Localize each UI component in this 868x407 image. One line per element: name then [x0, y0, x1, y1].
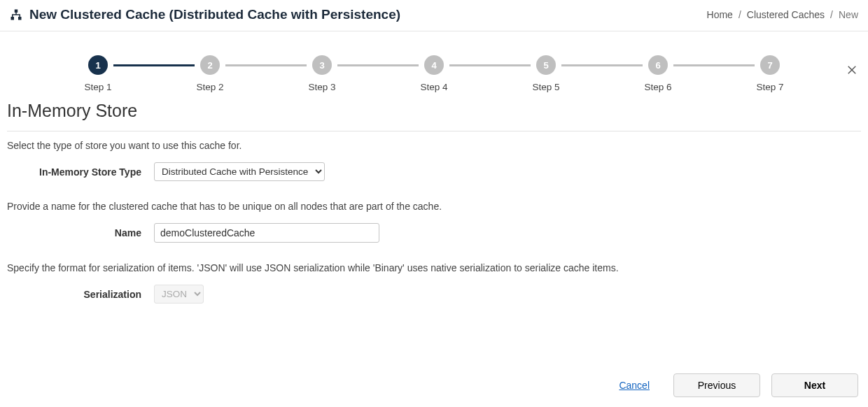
step-label: Step 4: [420, 82, 447, 92]
step-1[interactable]: 1 Step 1: [83, 55, 113, 92]
step-line: [337, 64, 419, 66]
step-label: Step 6: [644, 82, 671, 92]
step-circle: 5: [536, 55, 556, 75]
name-input[interactable]: [154, 223, 379, 243]
step-circle: 4: [424, 55, 444, 75]
store-type-row: In-Memory Store Type Distributed Cache w…: [7, 162, 861, 181]
name-label: Name: [7, 227, 154, 238]
step-line: [225, 64, 307, 66]
step-line: [449, 64, 531, 66]
step-4[interactable]: 4 Step 4: [419, 55, 449, 92]
step-circle: 7: [760, 55, 780, 75]
step-7[interactable]: 7 Step 7: [755, 55, 785, 92]
step-label: Step 5: [532, 82, 559, 92]
wizard-footer: Cancel Previous Next: [0, 366, 868, 407]
serialization-row: Serialization JSON: [7, 285, 861, 304]
step-line: [561, 64, 643, 66]
section-title: In-Memory Store: [7, 101, 861, 131]
step-5[interactable]: 5 Step 5: [531, 55, 561, 92]
title-wrap: New Clustered Cache (Distributed Cache w…: [10, 7, 400, 22]
hierarchy-icon: [10, 8, 22, 21]
close-button[interactable]: [846, 64, 858, 78]
page-header: New Clustered Cache (Distributed Cache w…: [0, 0, 868, 31]
step-circle: 3: [312, 55, 332, 75]
cancel-button[interactable]: Cancel: [619, 380, 650, 391]
breadcrumb: Home / Clustered Caches / New: [707, 9, 858, 20]
step-6[interactable]: 6 Step 6: [643, 55, 673, 92]
name-row: Name: [7, 223, 861, 243]
step-line: [113, 64, 195, 66]
stepper: 1 Step 1 2 Step 2 3 Step 3 4 Step 4 5 St…: [83, 55, 785, 92]
step-label: Step 1: [84, 82, 111, 92]
step-label: Step 7: [756, 82, 783, 92]
breadcrumb-home[interactable]: Home: [707, 9, 733, 20]
step-circle: 6: [648, 55, 668, 75]
close-icon: [846, 64, 858, 79]
step-line: [673, 64, 755, 66]
step-label: Step 2: [196, 82, 223, 92]
serialization-desc: Specify the format for serialization of …: [7, 262, 861, 273]
svg-rect-1: [11, 17, 15, 20]
page-title: New Clustered Cache (Distributed Cache w…: [29, 7, 400, 22]
svg-rect-0: [15, 10, 18, 13]
svg-rect-2: [18, 17, 22, 20]
store-type-label: In-Memory Store Type: [7, 166, 154, 178]
previous-button[interactable]: Previous: [673, 373, 760, 397]
step-3[interactable]: 3 Step 3: [307, 55, 337, 92]
step-2[interactable]: 2 Step 2: [195, 55, 225, 92]
step-label: Step 3: [308, 82, 335, 92]
breadcrumb-sep: /: [830, 9, 833, 20]
store-desc: Select the type of store you want to use…: [7, 140, 861, 151]
breadcrumb-current: New: [839, 9, 858, 20]
serialization-label: Serialization: [7, 289, 154, 300]
name-desc: Provide a name for the clustered cache t…: [7, 201, 861, 212]
store-type-select[interactable]: Distributed Cache with Persistence: [154, 162, 325, 181]
wizard-panel: 1 Step 1 2 Step 2 3 Step 3 4 Step 4 5 St…: [0, 55, 868, 304]
serialization-select: JSON: [154, 285, 204, 304]
breadcrumb-clustered-caches[interactable]: Clustered Caches: [747, 9, 825, 20]
breadcrumb-sep: /: [738, 9, 741, 20]
step-circle: 2: [200, 55, 220, 75]
next-button[interactable]: Next: [771, 373, 858, 397]
step-circle: 1: [88, 55, 108, 75]
